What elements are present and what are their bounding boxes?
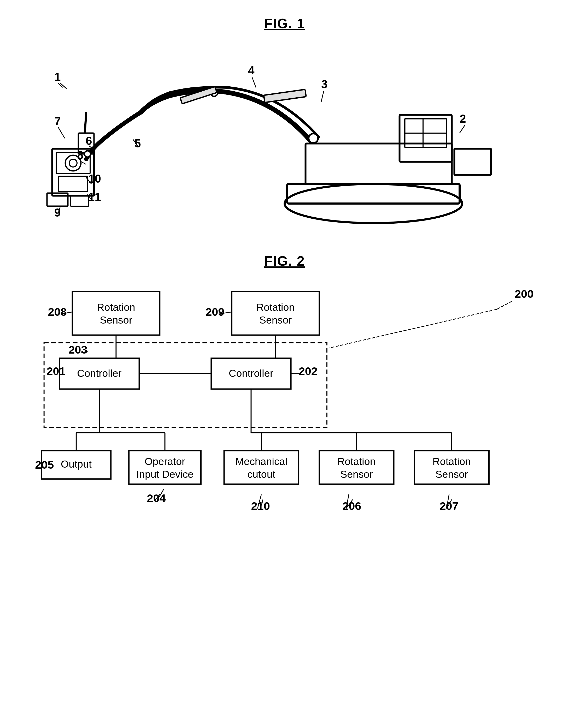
label-6: 6 — [86, 134, 92, 147]
svg-line-62 — [497, 301, 512, 309]
label-8: 8 — [77, 149, 83, 162]
rotation-sensor-208-block — [72, 291, 160, 335]
label-1: 1 — [54, 70, 61, 83]
fig2-title: FIG. 2 — [21, 253, 548, 269]
label-7: 7 — [54, 115, 61, 128]
svg-line-27 — [252, 77, 256, 87]
svg-rect-2 — [306, 144, 452, 184]
label-205: 205 — [35, 458, 54, 471]
fig2-diagram: Rotation Sensor Rotation Sensor Controll… — [21, 282, 548, 530]
svg-line-63 — [330, 309, 497, 348]
svg-line-25 — [460, 125, 465, 133]
label-202: 202 — [299, 365, 318, 377]
diagram-svg: Rotation Sensor Rotation Sensor Controll… — [21, 282, 548, 530]
label-11: 11 — [88, 190, 101, 203]
svg-line-66 — [81, 352, 88, 352]
label-207: 207 — [440, 500, 458, 512]
svg-rect-22 — [70, 196, 89, 206]
rotation-sensor-209-block — [232, 291, 320, 335]
label-2: 2 — [460, 112, 466, 125]
svg-line-30 — [58, 127, 65, 138]
svg-text:Controller: Controller — [229, 367, 273, 379]
label-10: 10 — [88, 172, 101, 185]
svg-point-20 — [84, 151, 91, 157]
svg-text:Rotation: Rotation — [97, 301, 135, 313]
excavator-svg: 1 2 3 4 5 6 7 8 9 — [37, 44, 533, 227]
svg-text:Operator: Operator — [145, 456, 185, 467]
svg-text:Sensor: Sensor — [259, 314, 292, 326]
svg-point-16 — [69, 159, 77, 167]
label-203: 203 — [68, 343, 87, 356]
label-4: 4 — [248, 64, 254, 77]
svg-point-8 — [309, 134, 318, 143]
svg-rect-14 — [59, 176, 87, 192]
svg-line-26 — [321, 91, 324, 102]
label-201: 201 — [46, 365, 65, 377]
svg-text:Sensor: Sensor — [340, 468, 373, 480]
fig1-title: FIG. 1 — [21, 16, 548, 31]
svg-text:Sensor: Sensor — [435, 468, 468, 480]
svg-line-69 — [41, 466, 41, 467]
svg-rect-1 — [287, 184, 460, 204]
svg-rect-3 — [400, 115, 452, 162]
fig2-section: FIG. 2 Rotation Sensor Rotation Sensor C… — [0, 237, 569, 545]
svg-text:Sensor: Sensor — [100, 314, 132, 326]
svg-text:Mechanical: Mechanical — [235, 456, 287, 467]
svg-text:Output: Output — [61, 458, 92, 470]
label-206: 206 — [342, 500, 361, 512]
excavator-diagram: 1 2 3 4 5 6 7 8 9 — [21, 44, 548, 227]
svg-text:cutout: cutout — [247, 468, 275, 480]
label-200: 200 — [515, 288, 534, 300]
svg-text:Input Device: Input Device — [136, 468, 193, 480]
svg-rect-10 — [264, 89, 306, 103]
label-208: 208 — [48, 306, 67, 318]
label-3: 3 — [321, 78, 328, 91]
svg-rect-7 — [454, 149, 491, 175]
svg-text:Controller: Controller — [77, 367, 122, 379]
svg-text:Rotation: Rotation — [256, 301, 295, 313]
fig1-section: FIG. 1 — [0, 0, 569, 237]
svg-text:Rotation: Rotation — [338, 456, 376, 467]
svg-line-18 — [85, 112, 86, 133]
svg-text:Rotation: Rotation — [433, 456, 471, 467]
label-209: 209 — [205, 306, 224, 318]
